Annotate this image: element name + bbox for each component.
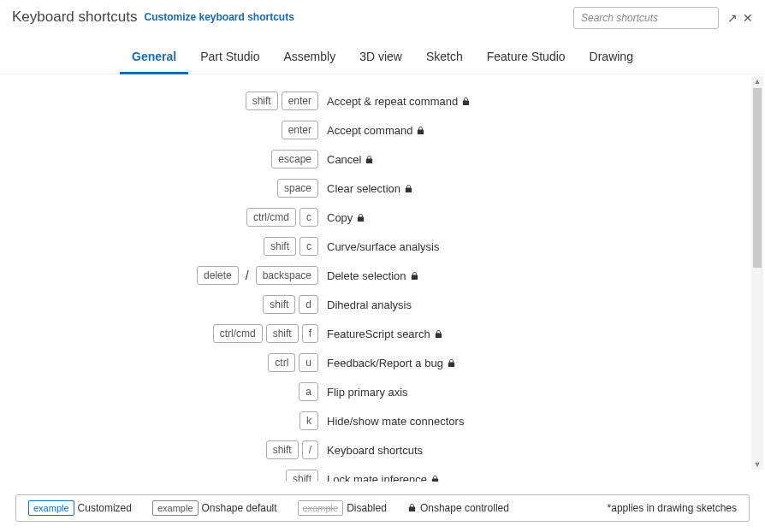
shortcut-description: Cancel <box>327 153 374 166</box>
key-shift: shift <box>266 440 299 459</box>
shortcut-row: shiftenterAccept & repeat command <box>0 86 765 115</box>
lock-icon <box>407 502 417 513</box>
legend-footer: example Customized example Onshape defau… <box>15 494 750 522</box>
keys-group: ctrl/cmdshiftf <box>0 324 327 343</box>
tab-drawing[interactable]: Drawing <box>578 43 645 74</box>
lock-icon <box>434 328 443 340</box>
legend-controlled: Onshape controlled <box>407 502 509 514</box>
lock-icon <box>430 474 440 482</box>
scroll-down-icon[interactable]: ▼ <box>754 459 762 470</box>
tab-part-studio[interactable]: Part Studio <box>188 43 271 74</box>
shortcut-description: Accept command <box>327 124 425 137</box>
keys-group: delete/backspace <box>0 266 327 285</box>
keys-group: escape <box>0 150 327 168</box>
key-escape: escape <box>271 150 318 168</box>
legend-controlled-label: Onshape controlled <box>420 502 509 514</box>
keys-group: a <box>0 382 327 401</box>
expand-icon[interactable]: ↗ <box>727 11 738 25</box>
key-shift: shift <box>264 237 296 256</box>
legend-default: example Onshape default <box>152 500 277 516</box>
shortcut-description: Copy <box>327 211 365 224</box>
shortcut-label: Delete selection <box>327 269 406 282</box>
scroll-up-icon[interactable]: ▲ <box>754 76 762 86</box>
shortcut-description: Accept & repeat command <box>327 95 471 108</box>
shortcut-row: delete/backspaceDelete selection <box>0 261 765 290</box>
key-ctrl: ctrl <box>268 353 295 372</box>
keys-group: shift/ <box>0 440 327 459</box>
lock-icon <box>356 212 365 223</box>
shortcut-row: aFlip primary axis <box>0 377 765 406</box>
legend-customized-key: example <box>28 500 74 516</box>
key-a: a <box>299 382 318 401</box>
tab-sketch[interactable]: Sketch <box>414 43 475 74</box>
lock-icon <box>416 125 425 136</box>
tab-feature-studio[interactable]: Feature Studio <box>475 43 578 74</box>
shortcut-label: Hide/show mate connectors <box>327 415 464 428</box>
shortcut-label: Feedback/Report a bug <box>327 357 443 369</box>
key-enter: enter <box>282 121 318 139</box>
lock-icon <box>461 96 471 107</box>
shortcut-row: shift/Keyboard shortcuts <box>0 435 765 464</box>
shortcut-description: Feedback/Report a bug <box>327 357 456 369</box>
legend-customized: example Customized <box>28 500 132 516</box>
lock-icon <box>447 358 456 369</box>
partial-row-clip: shiftLock mate inference <box>0 464 765 482</box>
key--: / <box>302 440 318 459</box>
shortcut-label: Curve/surface analysis <box>327 240 440 253</box>
key-delete: delete <box>197 266 239 285</box>
keys-group: shiftenter <box>0 92 327 110</box>
tab-assembly[interactable]: Assembly <box>271 43 347 74</box>
legend-customized-label: Customized <box>78 502 132 514</box>
shortcut-label: Copy <box>327 211 353 224</box>
scrollbar[interactable]: ▲ ▼ <box>751 76 763 470</box>
header-right-group: ↗ ✕ <box>573 7 753 29</box>
shortcut-description: Hide/show mate connectors <box>327 415 464 428</box>
key-ctrl-cmd: ctrl/cmd <box>213 324 263 343</box>
keys-group: space <box>0 179 327 198</box>
key-space: space <box>277 179 318 198</box>
scroll-thumb[interactable] <box>753 88 762 268</box>
shortcut-label: FeatureScript search <box>327 328 430 340</box>
dialog-header: Keyboard shortcuts Customize keyboard sh… <box>0 0 765 36</box>
shortcut-row: shiftdDihedral analysis <box>0 290 765 319</box>
keys-group: shiftc <box>0 237 327 256</box>
key-f: f <box>302 324 318 343</box>
shortcut-description: Delete selection <box>327 269 419 282</box>
customize-shortcuts-link[interactable]: Customize keyboard shortcuts <box>144 11 294 23</box>
keys-group: ctrl/cmdc <box>0 208 327 227</box>
shortcut-label: Flip primary axis <box>327 386 408 399</box>
key-u: u <box>299 353 318 372</box>
shortcut-description: Clear selection <box>327 182 413 195</box>
legend-disabled-label: Disabled <box>347 502 387 514</box>
shortcut-label: Accept & repeat command <box>327 95 458 108</box>
shortcut-row: ctrl/cmdcCopy <box>0 203 765 232</box>
key-ctrl-cmd: ctrl/cmd <box>246 208 296 227</box>
legend-disabled: example Disabled <box>298 500 387 516</box>
shortcut-label: Dihedral analysis <box>327 299 412 311</box>
shortcut-list: shiftenterAccept & repeat commandenterAc… <box>0 74 765 483</box>
shortcut-label: Accept command <box>327 124 412 137</box>
lock-icon <box>365 154 374 165</box>
key-shift: shift <box>263 295 295 314</box>
shortcut-description: Dihedral analysis <box>327 299 412 311</box>
lock-icon <box>404 183 413 194</box>
shortcut-description: Keyboard shortcuts <box>327 444 423 457</box>
close-icon[interactable]: ✕ <box>743 11 753 25</box>
shortcut-description: Lock mate inference <box>327 473 440 482</box>
legend-default-key: example <box>152 500 199 516</box>
lock-icon <box>410 270 419 281</box>
legend-default-label: Onshape default <box>202 502 277 514</box>
key-c: c <box>299 237 318 256</box>
shortcut-description: Curve/surface analysis <box>327 240 440 253</box>
key-enter: enter <box>282 92 318 110</box>
shortcut-label: Clear selection <box>327 182 400 195</box>
tab-3d-view[interactable]: 3D view <box>347 43 414 74</box>
shortcut-label: Lock mate inference <box>327 473 427 482</box>
key-shift: shift <box>286 470 318 482</box>
search-input[interactable] <box>573 7 719 29</box>
tab-general[interactable]: General <box>120 43 188 74</box>
shortcut-label: Keyboard shortcuts <box>327 444 423 457</box>
shortcut-label: Cancel <box>327 153 361 166</box>
shortcut-row: ctrl/cmdshiftfFeatureScript search <box>0 319 765 348</box>
key-backspace: backspace <box>256 266 318 285</box>
